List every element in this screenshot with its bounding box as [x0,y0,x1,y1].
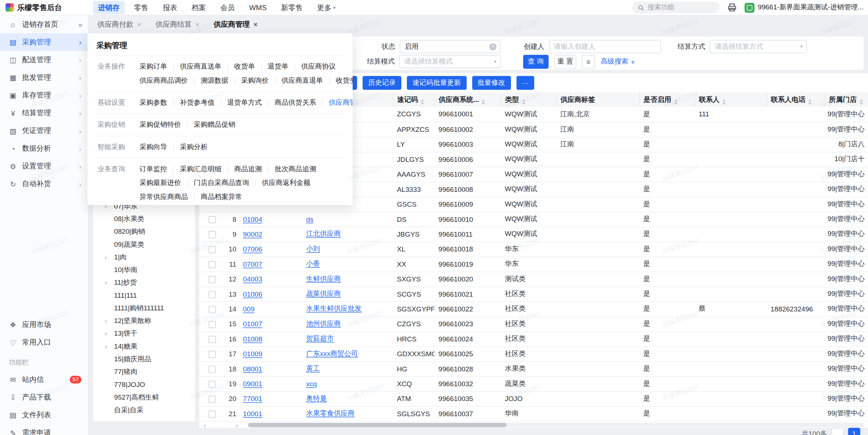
expand-caret-icon[interactable]: › [105,340,107,353]
nav-item-inventory[interactable]: 进销存 [93,1,125,14]
sidebar-item-analysis[interactable]: ◔数据分析› [0,140,88,158]
creator-input[interactable]: 请输入创建人 [549,40,661,53]
supplier-name-link[interactable]: 水果零食供应商 [306,409,354,417]
nav-item-reports[interactable]: 报表 [158,1,182,14]
sort-icon[interactable] [723,99,726,104]
tab-supplier-payment[interactable]: 供应商付款× [97,20,141,30]
flyout-menu-item[interactable]: 供应商返利金额 [262,178,310,188]
flyout-menu-item[interactable]: 供应商管理 [329,98,353,107]
supplier-name-link[interactable]: 黄工 [306,365,320,372]
tree-node[interactable]: 77|猪肉 [93,366,195,378]
sort-icon[interactable] [674,99,677,104]
flyout-menu-item[interactable]: 商品档案异常 [201,192,242,202]
more-actions-button[interactable]: ··· [516,76,534,90]
tree-node[interactable]: 0820|购销 [93,225,195,238]
current-page-button[interactable]: 1 [848,428,860,435]
tree-node[interactable]: 111|111 [93,289,195,302]
column-header[interactable]: 速记码 [393,92,435,107]
supplier-name-link[interactable]: 奥特曼 [306,395,327,402]
sidebar-item-purchase[interactable]: ▤采购管理› [0,33,88,51]
flyout-menu-item[interactable]: 退货单 [268,62,289,72]
tree-node[interactable]: 778|JOJO [93,379,195,391]
row-checkbox[interactable] [209,246,216,253]
tree-node[interactable]: 09|蔬菜类 [93,238,195,251]
supplier-code-link[interactable]: 07006 [243,245,262,253]
flyout-menu-item[interactable]: 订单监控 [140,165,167,174]
supplier-code-link[interactable]: 08001 [243,365,262,372]
tab-close-icon[interactable]: × [254,21,258,28]
column-header[interactable]: 联系人 [695,92,767,107]
supplier-name-link[interactable]: 小刘 [306,245,320,253]
row-checkbox[interactable] [209,261,216,268]
flyout-menu-item[interactable]: 采购参数 [140,98,167,107]
row-checkbox[interactable] [209,336,216,343]
supplier-name-link[interactable]: 蔬菜供应商 [306,290,341,297]
sort-icon[interactable] [482,99,485,104]
supplier-code-link[interactable]: 09001 [243,380,262,387]
supplier-code-link[interactable]: 01008 [243,335,262,343]
row-checkbox[interactable] [209,291,216,298]
flyout-menu-item[interactable]: 补货参考值 [180,98,214,107]
column-header[interactable]: 类型 [501,92,556,107]
row-checkbox[interactable] [209,231,216,238]
row-checkbox[interactable] [209,410,216,418]
flyout-menu-item[interactable]: 商品追溯 [234,165,262,174]
tree-node[interactable]: 10|华南 [93,264,195,276]
sidebar-item-delivery[interactable]: ◫配送管理› [0,51,88,69]
sidebar-item-app-market[interactable]: ❖应用市场 [0,316,88,333]
history-button[interactable]: 历史记录 [363,76,401,90]
sidebar-item-product-download[interactable]: ⇩产品下载 [0,388,88,406]
settle-mode-select[interactable]: 请选择结算模式 ▾ [399,55,501,68]
nav-item-retail[interactable]: 零售 [129,1,153,14]
nav-item-more[interactable]: 更多▾ [312,1,341,14]
supplier-code-link[interactable]: 77001 [243,395,262,402]
tree-node[interactable]: ›13|饼干 [93,327,195,340]
expand-caret-icon[interactable]: › [105,327,107,340]
nav-item-members[interactable]: 会员 [215,1,240,14]
supplier-code-link[interactable]: 10001 [243,410,262,417]
flyout-menu-item[interactable]: 收货单 [234,62,255,72]
printer-icon[interactable] [727,3,737,12]
supplier-name-link[interactable]: 贺茹超市 [306,335,334,342]
supplier-name-link[interactable]: 池州供应商 [306,320,341,327]
row-checkbox[interactable] [209,366,216,373]
tab-supplier-settlement[interactable]: 供应商结算× [156,20,199,30]
sort-icon[interactable] [859,99,863,104]
column-header[interactable]: 供应商系统... [435,92,501,107]
tab-close-icon[interactable]: × [137,21,141,28]
clear-icon[interactable]: × [489,43,497,50]
row-checkbox[interactable] [209,396,216,403]
flyout-menu-item[interactable]: 供应商直送单 [180,62,221,72]
row-checkbox[interactable] [209,320,216,328]
supplier-name-link[interactable]: 广东xxx商贸公司 [306,350,358,357]
sort-icon[interactable] [808,99,811,104]
tree-node[interactable]: 9527|高档生鲜 [93,391,195,404]
row-checkbox[interactable] [209,216,216,223]
expand-caret-icon[interactable]: › [105,251,107,264]
global-search-input[interactable]: 搜索功能 [632,2,720,13]
sidebar-item-voucher[interactable]: ▧凭证管理› [0,122,88,139]
tree-node[interactable]: ›1|肉 [93,251,195,264]
user-menu[interactable]: 99661-新界面果蔬测试-进销管理... [745,3,864,13]
sidebar-item-messages[interactable]: ✉站内信57 [0,371,88,388]
supplier-name-link[interactable]: ds [306,215,313,223]
supplier-code-link[interactable]: 01006 [243,290,262,298]
supplier-code-link[interactable]: 01007 [243,320,262,328]
supplier-name-link[interactable]: 水果生鲜供应批发 [306,305,361,313]
column-header[interactable]: 所属门店 [825,92,868,107]
scroll-right-icon[interactable]: › [236,422,238,427]
sort-icon[interactable] [421,99,424,104]
flyout-menu-item[interactable]: 供应商直退单 [282,76,323,85]
flyout-menu-item[interactable]: 商品供货关系 [275,98,316,107]
flyout-menu-item[interactable]: 溯源数据 [201,76,228,85]
row-checkbox[interactable] [209,380,216,388]
advanced-search-link[interactable]: 高级搜索 « [601,55,634,69]
row-checkbox[interactable] [209,350,216,358]
settle-method-select[interactable]: 请选择结算方式 ▾ [710,40,807,53]
row-checkbox[interactable] [209,306,216,313]
tree-node[interactable]: ›14|糖果 [93,340,195,353]
sidebar-item-replenish[interactable]: ↻自动补货› [0,175,88,193]
nav-item-new-retail[interactable]: 新零售 [276,1,307,14]
tree-node[interactable]: 15|婚庆用品 [93,353,195,366]
scrollbar-thumb[interactable] [248,423,506,427]
